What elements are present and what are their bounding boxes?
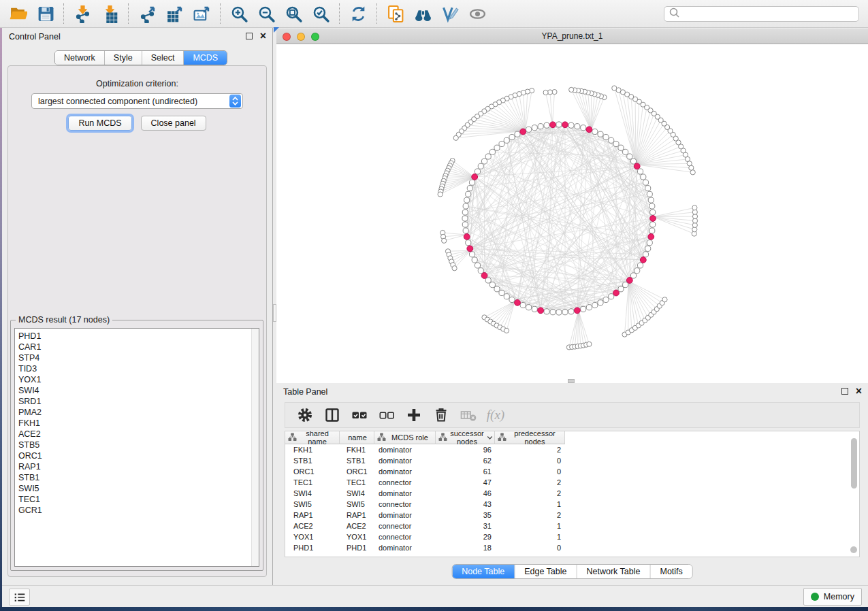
table-cell[interactable]: SWI4 [285, 488, 340, 499]
table-row[interactable]: STB1STB1dominator620 [285, 455, 859, 466]
table-cell[interactable]: 43 [436, 499, 495, 510]
result-node-item[interactable]: TID3 [18, 363, 259, 374]
table-cell[interactable]: 2 [495, 444, 565, 455]
result-node-item[interactable]: CAR1 [18, 342, 259, 352]
criterion-select[interactable]: largest connected component (undirected) [31, 93, 243, 109]
table-row[interactable]: RAP1RAP1dominator352 [285, 510, 859, 521]
table-row[interactable]: YOX1YOX1connector291 [285, 531, 859, 542]
memory-button[interactable]: Memory [803, 588, 862, 606]
result-node-item[interactable]: FKH1 [18, 418, 259, 429]
network-canvas[interactable] [276, 44, 868, 383]
result-node-item[interactable]: GCR1 [18, 505, 259, 516]
result-node-item[interactable]: TEC1 [18, 494, 259, 505]
table-cell[interactable]: dominator [374, 444, 436, 455]
result-node-item[interactable]: STB1 [18, 472, 259, 483]
table-cell[interactable]: dominator [374, 466, 436, 477]
result-node-item[interactable]: RAP1 [18, 461, 259, 472]
table-cell[interactable]: TEC1 [285, 477, 340, 488]
table-row[interactable]: ACE2ACE2connector311 [285, 521, 859, 531]
table-cell[interactable]: dominator [374, 510, 436, 521]
table-scrollbar[interactable] [851, 438, 857, 489]
table-cell[interactable]: FKH1 [285, 444, 340, 455]
tab-select[interactable]: Select [142, 51, 184, 65]
table-cell[interactable]: 35 [436, 510, 495, 521]
column-header-MCDS-role[interactable]: MCDS role [374, 431, 436, 444]
table-cell[interactable]: PHD1 [340, 542, 374, 553]
table-cell[interactable]: 2 [495, 477, 565, 488]
search-input[interactable] [680, 7, 858, 20]
table-cell[interactable]: ORC1 [285, 466, 340, 477]
network-search-binoculars-icon[interactable] [409, 1, 436, 26]
import-table-icon[interactable] [96, 1, 123, 26]
table-row[interactable]: FKH1FKH1dominator962 [285, 444, 859, 455]
table-cell[interactable]: dominator [374, 488, 436, 499]
show-hide-graphics-icon[interactable] [464, 1, 491, 26]
table-cell[interactable]: 0 [495, 466, 565, 477]
table-cell[interactable]: dominator [374, 542, 436, 553]
table-cell[interactable]: 31 [436, 521, 495, 531]
result-node-item[interactable]: SWI5 [18, 483, 259, 494]
export-table-icon[interactable] [161, 1, 188, 26]
vizmapper-icon[interactable] [436, 1, 464, 26]
tab-mcds[interactable]: MCDS [184, 51, 227, 65]
tab-network-table[interactable]: Network Table [577, 565, 651, 578]
table-cell[interactable]: SWI4 [340, 488, 374, 499]
table-cell[interactable]: 61 [436, 466, 495, 477]
add-column-icon[interactable] [402, 404, 425, 426]
table-cell[interactable]: connector [374, 477, 436, 488]
zoom-fit-icon[interactable] [280, 1, 307, 26]
table-cell[interactable]: connector [374, 531, 436, 542]
import-network-icon[interactable] [69, 1, 96, 26]
zoom-selected-icon[interactable] [307, 1, 334, 26]
table-cell[interactable]: connector [374, 521, 436, 531]
table-cell[interactable]: 1 [495, 521, 565, 531]
table-cell[interactable]: 1 [495, 499, 565, 510]
zoom-in-icon[interactable] [225, 1, 253, 26]
table-cell[interactable]: 1 [495, 531, 565, 542]
delete-table-icon[interactable] [457, 404, 480, 426]
table-cell[interactable]: STB1 [340, 455, 374, 466]
table-cell[interactable]: 0 [495, 455, 565, 466]
clone-network-icon[interactable] [382, 1, 409, 26]
gear-icon[interactable] [293, 404, 317, 426]
table-cell[interactable]: 0 [495, 542, 565, 553]
export-image-icon[interactable] [188, 1, 215, 26]
table-cell[interactable]: FKH1 [340, 444, 374, 455]
tab-motifs[interactable]: Motifs [650, 565, 692, 578]
table-cell[interactable]: 2 [495, 510, 565, 521]
table-cell[interactable]: YOX1 [340, 531, 374, 542]
float-panel-icon[interactable] [841, 388, 848, 395]
table-cell[interactable]: YOX1 [285, 531, 340, 542]
table-cell[interactable]: ACE2 [340, 521, 374, 531]
zoom-out-icon[interactable] [253, 1, 280, 26]
result-node-item[interactable]: ORC1 [18, 450, 259, 461]
columns-icon[interactable] [321, 404, 344, 426]
export-network-icon[interactable] [133, 1, 161, 26]
table-cell[interactable]: 18 [436, 542, 495, 553]
tab-edge-table[interactable]: Edge Table [515, 565, 577, 578]
refresh-network-icon[interactable] [344, 1, 372, 26]
table-row[interactable]: ORC1ORC1dominator610 [285, 466, 859, 477]
column-header-predecessor-nodes[interactable]: predecessor nodes [495, 431, 565, 444]
tab-node-table[interactable]: Node Table [452, 565, 515, 578]
result-node-item[interactable]: STB5 [18, 440, 259, 450]
result-node-item[interactable]: SRD1 [18, 396, 259, 407]
float-panel-icon[interactable] [246, 33, 253, 39]
table-cell[interactable]: STB1 [285, 455, 340, 466]
table-cell[interactable]: 46 [436, 488, 495, 499]
table-cell[interactable]: ORC1 [340, 466, 374, 477]
close-panel-button[interactable]: Close panel [141, 116, 206, 131]
table-cell[interactable]: 96 [436, 444, 495, 455]
table-cell[interactable]: PHD1 [285, 542, 340, 553]
close-panel-icon[interactable]: × [260, 33, 266, 39]
result-node-item[interactable]: YOX1 [18, 374, 259, 385]
horizontal-splitter-handle[interactable] [568, 379, 575, 383]
table-cell[interactable]: ACE2 [285, 521, 340, 531]
table-cell[interactable]: dominator [374, 455, 436, 466]
column-header-successor-nodes[interactable]: successor nodes [436, 431, 495, 444]
table-cell[interactable]: RAP1 [340, 510, 374, 521]
tab-network[interactable]: Network [55, 51, 105, 65]
run-mcds-button[interactable]: Run MCDS [68, 116, 131, 131]
tab-style[interactable]: Style [105, 51, 142, 65]
save-session-icon[interactable] [31, 1, 59, 26]
